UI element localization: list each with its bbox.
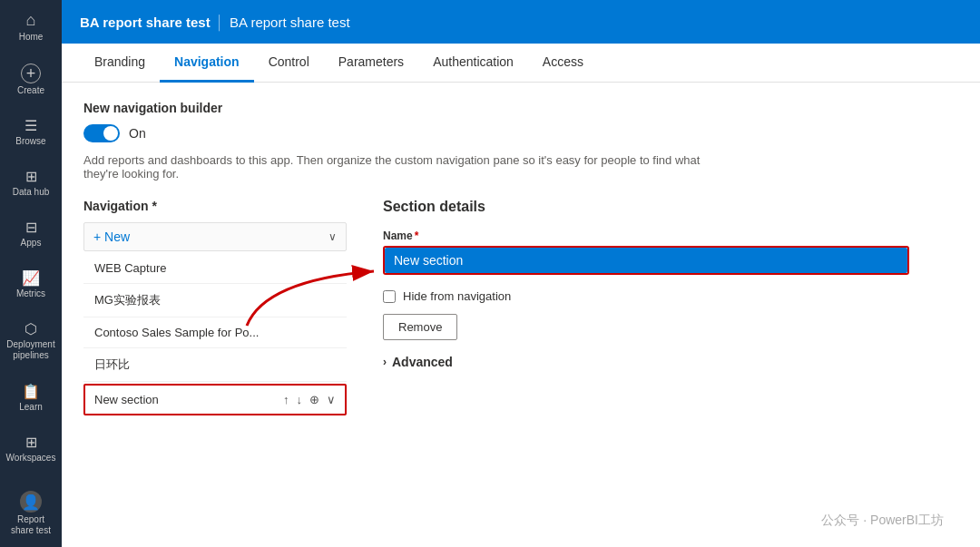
nav-selected-item[interactable]: New section ↑ ↓ ⊕ ∨ (83, 384, 347, 415)
topbar-title1: BA report share test (80, 15, 211, 30)
sidebar-item-create[interactable]: + Create (0, 53, 62, 106)
new-button-label: + New (93, 230, 130, 244)
datahub-icon: ⊞ (25, 168, 37, 185)
item-actions: ↑ ↓ ⊕ ∨ (283, 393, 336, 406)
advanced-label: Advanced (392, 355, 453, 369)
tab-navigation[interactable]: Navigation (160, 44, 254, 83)
deployment-icon: ⬡ (24, 320, 37, 337)
sidebar-label: Home (19, 32, 44, 42)
sidebar-label: Learn (19, 402, 43, 412)
sidebar-item-metrics[interactable]: 📈 Metrics (0, 259, 62, 309)
main-area: BA report share test │ BA report share t… (62, 0, 980, 547)
sidebar-label: Data hub (13, 187, 50, 197)
sidebar-item-learn[interactable]: 📋 Learn (0, 372, 62, 423)
sidebar-item-apps[interactable]: ⊟ Apps (0, 208, 62, 259)
description: Add reports and dashboards to this app. … (83, 153, 737, 181)
sidebar-label: Apps (21, 238, 42, 248)
name-field-label: Name* (383, 230, 958, 242)
sidebar-item-workspaces[interactable]: ⊞ Workspaces (0, 423, 62, 474)
tab-branding[interactable]: Branding (80, 44, 160, 83)
toggle-label: On (129, 126, 146, 141)
tab-authentication[interactable]: Authentication (418, 44, 528, 83)
advanced-chevron-icon: › (383, 356, 387, 368)
topbar-separator: │ (216, 15, 224, 30)
nav-builder-title: New navigation builder (83, 101, 958, 115)
nav-list-item[interactable]: MG实验报表 (83, 284, 347, 317)
required-marker: * (415, 230, 419, 242)
new-button-chevron-icon: ∨ (328, 230, 337, 243)
metrics-icon: 📈 (22, 269, 40, 287)
sidebar-item-datahub[interactable]: ⊞ Data hub (0, 157, 62, 208)
name-input-wrapper (383, 246, 909, 275)
apps-icon: ⊟ (25, 219, 37, 236)
settings-icon[interactable]: ⊕ (309, 393, 319, 406)
sidebar-label: Metrics (16, 288, 45, 298)
sidebar-label: Deployment pipelines (5, 339, 56, 361)
new-button-row[interactable]: + New ∨ (83, 222, 347, 251)
sidebar-item-home[interactable]: ⌂ Home (0, 0, 62, 53)
toggle-row: On (83, 124, 958, 142)
advanced-row[interactable]: › Advanced (383, 355, 958, 369)
nav-list-item[interactable]: Contoso Sales Sample for Po... (83, 317, 347, 348)
move-down-icon[interactable]: ↓ (297, 393, 303, 406)
sidebar-label: Browse (15, 136, 45, 146)
sidebar-item-report[interactable]: 👤 Report share test (0, 480, 62, 547)
sidebar-label: Create (17, 85, 44, 95)
sidebar-item-browse[interactable]: ☰ Browse (0, 106, 62, 157)
home-icon: ⌂ (26, 11, 36, 30)
section-details-title: Section details (383, 199, 958, 215)
watermark: 公众号 · PowerBI工坊 (821, 513, 944, 529)
tab-parameters[interactable]: Parameters (324, 44, 418, 83)
topbar-title2: BA report share test (230, 15, 350, 30)
page-body: New navigation builder On Add reports an… (62, 83, 980, 547)
hide-checkbox-row: Hide from navigation (383, 289, 958, 303)
create-icon: + (21, 63, 41, 83)
name-input[interactable] (385, 248, 907, 273)
browse-icon: ☰ (24, 117, 37, 134)
tab-control[interactable]: Control (254, 44, 324, 83)
nav-toggle[interactable] (83, 124, 120, 142)
nav-list-item[interactable]: WEB Capture (83, 253, 347, 284)
two-col: Navigation * + New ∨ WEB Capture MG实验报表 … (83, 199, 958, 415)
section-details-panel: Section details Name* Hide from navigati… (383, 199, 958, 415)
nav-panel: Navigation * + New ∨ WEB Capture MG实验报表 … (83, 199, 347, 415)
nav-list-item[interactable]: 日环比 (83, 348, 347, 382)
remove-button[interactable]: Remove (383, 314, 457, 340)
sidebar-item-deployment[interactable]: ⬡ Deployment pipelines (0, 309, 62, 372)
move-up-icon[interactable]: ↑ (283, 393, 289, 406)
nav-panel-title: Navigation * (83, 199, 347, 213)
tab-access[interactable]: Access (528, 44, 598, 83)
hide-checkbox-label: Hide from navigation (403, 289, 511, 303)
report-icon: 👤 (20, 491, 42, 513)
sidebar: ⌂ Home + Create ☰ Browse ⊞ Data hub ⊟ Ap… (0, 0, 62, 547)
topbar: BA report share test │ BA report share t… (62, 0, 980, 44)
item-chevron-icon[interactable]: ∨ (327, 393, 336, 406)
workspaces-icon: ⊞ (25, 434, 37, 451)
learn-icon: 📋 (22, 383, 40, 400)
hide-checkbox[interactable] (383, 290, 396, 303)
sidebar-label: Report share test (5, 514, 56, 536)
selected-item-label: New section (94, 393, 159, 406)
tabs-bar: Branding Navigation Control Parameters A… (62, 44, 980, 83)
content-area: Branding Navigation Control Parameters A… (62, 44, 980, 547)
sidebar-label: Workspaces (6, 453, 56, 463)
